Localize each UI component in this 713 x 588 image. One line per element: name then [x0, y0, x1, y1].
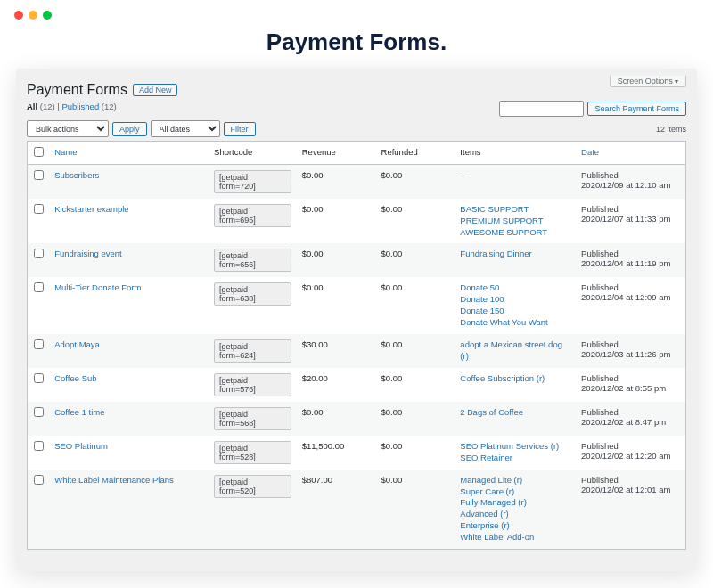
- table-row: Adopt Maya[getpaid form=624]$30.00$0.00a…: [28, 334, 686, 368]
- revenue-value: $0.00: [297, 243, 376, 277]
- close-window-icon[interactable]: [14, 11, 23, 20]
- form-name-link[interactable]: White Label Maintenance Plans: [54, 475, 174, 485]
- shortcode-value[interactable]: [getpaid form=568]: [214, 407, 291, 430]
- items-cell: Coffee Subscription (r): [455, 368, 576, 402]
- row-checkbox[interactable]: [34, 249, 44, 258]
- search-button[interactable]: Search Payment Forms: [587, 102, 686, 116]
- form-name-link[interactable]: Coffee Sub: [54, 373, 96, 383]
- form-name-link[interactable]: Adopt Maya: [54, 339, 100, 349]
- shortcode-value[interactable]: [getpaid form=576]: [214, 373, 291, 396]
- item-placeholder: —: [460, 170, 469, 180]
- item-link[interactable]: SEO Platinum Services (r): [460, 441, 570, 453]
- date-cell: Published2020/12/02 at 12:20 am: [576, 436, 685, 470]
- publish-status: Published: [581, 204, 680, 214]
- item-link[interactable]: PREMIUM SUPPORT: [460, 216, 570, 227]
- add-new-button[interactable]: Add New: [133, 84, 178, 96]
- row-checkbox[interactable]: [34, 282, 44, 292]
- item-link[interactable]: Managed Lite (r): [460, 475, 570, 486]
- filter-published-count: (12): [102, 102, 117, 111]
- row-checkbox[interactable]: [34, 475, 44, 485]
- item-link[interactable]: Coffee Subscription (r): [460, 373, 570, 385]
- row-checkbox[interactable]: [34, 373, 44, 383]
- filter-all-count: (12): [40, 102, 55, 111]
- table-row: Coffee 1 time[getpaid form=568]$0.00$0.0…: [28, 402, 686, 436]
- forms-table: Name Shortcode Revenue Refunded Items Da…: [27, 141, 686, 550]
- select-all-checkbox[interactable]: [34, 147, 44, 157]
- date-cell: Published2020/12/02 at 8:55 pm: [576, 368, 685, 402]
- item-link[interactable]: Super Care (r): [460, 486, 570, 498]
- revenue-value: $0.00: [297, 277, 376, 333]
- col-revenue: Revenue: [297, 142, 376, 165]
- item-link[interactable]: Fully Managed (r): [460, 497, 570, 509]
- revenue-value: $0.00: [297, 165, 376, 200]
- row-checkbox[interactable]: [34, 441, 44, 451]
- item-link[interactable]: 2 Bags of Coffee: [460, 407, 570, 419]
- refunded-value: $0.00: [376, 402, 455, 436]
- publish-status: Published: [581, 339, 680, 349]
- shortcode-value[interactable]: [getpaid form=638]: [214, 282, 291, 306]
- shortcode-value[interactable]: [getpaid form=695]: [214, 204, 291, 227]
- publish-timestamp: 2020/12/02 at 12:01 am: [581, 485, 680, 494]
- date-cell: Published2020/12/07 at 11:33 pm: [576, 199, 685, 243]
- publish-status: Published: [581, 407, 680, 417]
- form-name-link[interactable]: Multi-Tier Donate Form: [54, 282, 141, 292]
- item-link[interactable]: AWESOME SUPPORT: [460, 227, 570, 239]
- page-title: Payment Forms: [27, 82, 127, 98]
- date-cell: Published2020/12/04 at 12:09 am: [576, 277, 685, 333]
- row-checkbox[interactable]: [34, 170, 44, 180]
- revenue-value: $0.00: [297, 402, 376, 436]
- form-name-link[interactable]: SEO Platinum: [54, 441, 108, 451]
- shortcode-value[interactable]: [getpaid form=520]: [214, 475, 291, 498]
- publish-status: Published: [581, 282, 680, 292]
- filter-all[interactable]: All: [27, 102, 37, 111]
- table-row: SEO Platinum[getpaid form=528]$11,500.00…: [28, 436, 686, 470]
- item-link[interactable]: Donate 150: [460, 306, 570, 317]
- revenue-value: $807.00: [297, 470, 376, 549]
- filter-button[interactable]: Filter: [224, 122, 256, 136]
- shortcode-value[interactable]: [getpaid form=528]: [214, 441, 291, 464]
- col-name[interactable]: Name: [49, 142, 209, 165]
- item-link[interactable]: Fundraising Dinner: [460, 249, 570, 260]
- shortcode-value[interactable]: [getpaid form=720]: [214, 170, 291, 193]
- row-checkbox[interactable]: [34, 339, 44, 349]
- item-link[interactable]: Donate 100: [460, 294, 570, 306]
- publish-timestamp: 2020/12/09 at 12:10 am: [581, 180, 680, 190]
- row-checkbox[interactable]: [34, 204, 44, 214]
- form-name-link[interactable]: Coffee 1 time: [54, 407, 104, 417]
- refunded-value: $0.00: [376, 243, 455, 277]
- minimize-window-icon[interactable]: [29, 11, 37, 20]
- item-link[interactable]: Donate What You Want: [460, 317, 570, 329]
- shortcode-value[interactable]: [getpaid form=624]: [214, 339, 291, 363]
- date-filter-select[interactable]: All dates: [151, 120, 220, 137]
- revenue-value: $11,500.00: [297, 436, 376, 470]
- table-row: Fundraising event[getpaid form=656]$0.00…: [28, 243, 686, 277]
- items-cell: Managed Lite (r)Super Care (r)Fully Mana…: [455, 470, 576, 549]
- maximize-window-icon[interactable]: [43, 11, 52, 20]
- search-input[interactable]: [499, 101, 584, 117]
- table-header-row: Name Shortcode Revenue Refunded Items Da…: [28, 142, 686, 165]
- item-link[interactable]: Donate 50: [460, 282, 570, 294]
- item-link[interactable]: SEO Retainer: [460, 453, 570, 464]
- item-link[interactable]: adopt a Mexican street dog (r): [460, 339, 570, 363]
- date-cell: Published2020/12/02 at 12:01 am: [576, 470, 685, 549]
- item-link[interactable]: Advanced (r): [460, 509, 570, 520]
- items-cell: 2 Bags of Coffee: [455, 402, 576, 436]
- item-link[interactable]: Enterprise (r): [460, 520, 570, 532]
- bulk-actions-select[interactable]: Bulk actions: [27, 120, 109, 137]
- col-date[interactable]: Date: [576, 142, 685, 165]
- filter-published[interactable]: Published: [61, 102, 99, 111]
- publish-status: Published: [581, 170, 680, 180]
- form-name-link[interactable]: Fundraising event: [54, 249, 122, 258]
- apply-button[interactable]: Apply: [112, 122, 147, 136]
- shortcode-value[interactable]: [getpaid form=656]: [214, 249, 291, 272]
- screen-options-toggle[interactable]: Screen Options: [610, 76, 686, 87]
- form-name-link[interactable]: Kickstarter example: [54, 204, 128, 214]
- row-checkbox[interactable]: [34, 407, 44, 417]
- table-row: White Label Maintenance Plans[getpaid fo…: [28, 470, 686, 549]
- item-link[interactable]: BASIC SUPPORT: [460, 204, 570, 216]
- revenue-value: $30.00: [297, 334, 376, 368]
- form-name-link[interactable]: Subscribers: [54, 170, 99, 180]
- item-link[interactable]: White Label Add-on: [460, 532, 570, 543]
- publish-timestamp: 2020/12/04 at 12:09 am: [581, 292, 680, 302]
- refunded-value: $0.00: [376, 165, 455, 200]
